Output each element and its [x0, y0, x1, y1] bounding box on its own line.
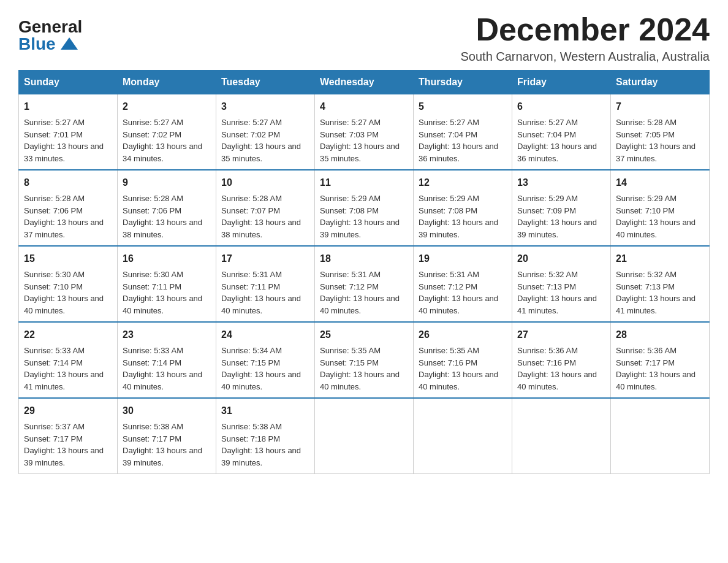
- month-title: December 2024: [460, 12, 710, 47]
- day-number: 26: [419, 327, 507, 342]
- calendar-week-row: 29 Sunrise: 5:37 AMSunset: 7:17 PMDaylig…: [19, 398, 710, 474]
- day-number: 29: [24, 404, 112, 418]
- day-info: Sunrise: 5:27 AMSunset: 7:02 PMDaylight:…: [123, 118, 202, 163]
- calendar-cell: 21 Sunrise: 5:32 AMSunset: 7:13 PMDaylig…: [611, 246, 710, 322]
- calendar-cell: 23 Sunrise: 5:33 AMSunset: 7:14 PMDaylig…: [118, 322, 216, 398]
- day-number: 16: [123, 251, 211, 266]
- calendar-cell: 25 Sunrise: 5:35 AMSunset: 7:15 PMDaylig…: [315, 322, 414, 398]
- day-info: Sunrise: 5:31 AMSunset: 7:11 PMDaylight:…: [221, 270, 301, 315]
- day-info: Sunrise: 5:27 AMSunset: 7:04 PMDaylight:…: [517, 118, 597, 163]
- day-info: Sunrise: 5:28 AMSunset: 7:06 PMDaylight:…: [24, 194, 104, 239]
- calendar-cell: 1 Sunrise: 5:27 AMSunset: 7:01 PMDayligh…: [19, 94, 118, 170]
- calendar-cell: 4 Sunrise: 5:27 AMSunset: 7:03 PMDayligh…: [315, 94, 414, 170]
- col-header-friday: Friday: [512, 71, 611, 94]
- calendar-cell: 30 Sunrise: 5:38 AMSunset: 7:17 PMDaylig…: [118, 398, 216, 474]
- calendar-cell: [315, 398, 414, 474]
- day-info: Sunrise: 5:29 AMSunset: 7:08 PMDaylight:…: [320, 194, 400, 239]
- day-info: Sunrise: 5:28 AMSunset: 7:06 PMDaylight:…: [123, 194, 202, 239]
- day-number: 10: [221, 175, 309, 190]
- calendar-cell: 5 Sunrise: 5:27 AMSunset: 7:04 PMDayligh…: [414, 94, 512, 170]
- day-info: Sunrise: 5:34 AMSunset: 7:15 PMDaylight:…: [221, 346, 301, 391]
- calendar-cell: 8 Sunrise: 5:28 AMSunset: 7:06 PMDayligh…: [19, 170, 118, 246]
- day-number: 12: [419, 175, 507, 190]
- calendar-cell: 18 Sunrise: 5:31 AMSunset: 7:12 PMDaylig…: [315, 246, 414, 322]
- day-number: 1: [24, 99, 112, 114]
- day-info: Sunrise: 5:38 AMSunset: 7:18 PMDaylight:…: [221, 422, 301, 467]
- day-number: 19: [419, 251, 507, 266]
- day-info: Sunrise: 5:29 AMSunset: 7:09 PMDaylight:…: [517, 194, 597, 239]
- day-number: 9: [123, 175, 211, 190]
- calendar-cell: 22 Sunrise: 5:33 AMSunset: 7:14 PMDaylig…: [19, 322, 118, 398]
- day-info: Sunrise: 5:28 AMSunset: 7:05 PMDaylight:…: [616, 118, 696, 163]
- day-number: 27: [517, 327, 605, 342]
- day-info: Sunrise: 5:27 AMSunset: 7:03 PMDaylight:…: [320, 118, 400, 163]
- calendar-cell: [414, 398, 512, 474]
- day-number: 3: [221, 99, 309, 114]
- day-info: Sunrise: 5:36 AMSunset: 7:16 PMDaylight:…: [517, 346, 597, 391]
- day-info: Sunrise: 5:29 AMSunset: 7:10 PMDaylight:…: [616, 194, 696, 239]
- calendar-cell: [611, 398, 710, 474]
- day-number: 31: [221, 404, 309, 418]
- calendar-cell: 11 Sunrise: 5:29 AMSunset: 7:08 PMDaylig…: [315, 170, 414, 246]
- day-info: Sunrise: 5:30 AMSunset: 7:11 PMDaylight:…: [123, 270, 202, 315]
- logo-general-text: General: [18, 18, 82, 36]
- calendar-cell: 14 Sunrise: 5:29 AMSunset: 7:10 PMDaylig…: [611, 170, 710, 246]
- day-info: Sunrise: 5:32 AMSunset: 7:13 PMDaylight:…: [616, 270, 696, 315]
- day-info: Sunrise: 5:36 AMSunset: 7:17 PMDaylight:…: [616, 346, 696, 391]
- day-info: Sunrise: 5:33 AMSunset: 7:14 PMDaylight:…: [123, 346, 202, 391]
- logo-triangle-icon: [61, 37, 78, 50]
- day-info: Sunrise: 5:31 AMSunset: 7:12 PMDaylight:…: [419, 270, 498, 315]
- day-info: Sunrise: 5:33 AMSunset: 7:14 PMDaylight:…: [24, 346, 104, 391]
- day-number: 11: [320, 175, 408, 190]
- calendar-cell: 15 Sunrise: 5:30 AMSunset: 7:10 PMDaylig…: [19, 246, 118, 322]
- col-header-wednesday: Wednesday: [315, 71, 414, 94]
- day-info: Sunrise: 5:28 AMSunset: 7:07 PMDaylight:…: [221, 194, 301, 239]
- day-info: Sunrise: 5:27 AMSunset: 7:02 PMDaylight:…: [221, 118, 301, 163]
- calendar-cell: 26 Sunrise: 5:35 AMSunset: 7:16 PMDaylig…: [414, 322, 512, 398]
- calendar-cell: [512, 398, 611, 474]
- logo-blue-text: Blue: [18, 36, 78, 53]
- day-number: 21: [616, 251, 704, 266]
- calendar-cell: 3 Sunrise: 5:27 AMSunset: 7:02 PMDayligh…: [216, 94, 315, 170]
- day-number: 23: [123, 327, 211, 342]
- calendar-cell: 28 Sunrise: 5:36 AMSunset: 7:17 PMDaylig…: [611, 322, 710, 398]
- day-number: 15: [24, 251, 112, 266]
- day-number: 24: [221, 327, 309, 342]
- calendar-table: SundayMondayTuesdayWednesdayThursdayFrid…: [18, 70, 710, 474]
- day-number: 28: [616, 327, 704, 342]
- calendar-cell: 9 Sunrise: 5:28 AMSunset: 7:06 PMDayligh…: [118, 170, 216, 246]
- calendar-cell: 7 Sunrise: 5:28 AMSunset: 7:05 PMDayligh…: [611, 94, 710, 170]
- title-area: December 2024 South Carnarvon, Western A…: [460, 12, 710, 64]
- day-number: 8: [24, 175, 112, 190]
- col-header-sunday: Sunday: [19, 71, 118, 94]
- day-number: 20: [517, 251, 605, 266]
- day-info: Sunrise: 5:37 AMSunset: 7:17 PMDaylight:…: [24, 422, 104, 467]
- day-number: 2: [123, 99, 211, 114]
- calendar-cell: 12 Sunrise: 5:29 AMSunset: 7:08 PMDaylig…: [414, 170, 512, 246]
- calendar-cell: 13 Sunrise: 5:29 AMSunset: 7:09 PMDaylig…: [512, 170, 611, 246]
- calendar-week-row: 15 Sunrise: 5:30 AMSunset: 7:10 PMDaylig…: [19, 246, 710, 322]
- col-header-thursday: Thursday: [414, 71, 512, 94]
- calendar-cell: 31 Sunrise: 5:38 AMSunset: 7:18 PMDaylig…: [216, 398, 315, 474]
- calendar-cell: 2 Sunrise: 5:27 AMSunset: 7:02 PMDayligh…: [118, 94, 216, 170]
- calendar-cell: 16 Sunrise: 5:30 AMSunset: 7:11 PMDaylig…: [118, 246, 216, 322]
- day-number: 14: [616, 175, 704, 190]
- col-header-monday: Monday: [118, 71, 216, 94]
- day-number: 4: [320, 99, 408, 114]
- day-number: 6: [517, 99, 605, 114]
- calendar-header-row: SundayMondayTuesdayWednesdayThursdayFrid…: [19, 71, 710, 94]
- calendar-week-row: 1 Sunrise: 5:27 AMSunset: 7:01 PMDayligh…: [19, 94, 710, 170]
- day-info: Sunrise: 5:35 AMSunset: 7:15 PMDaylight:…: [320, 346, 400, 391]
- day-number: 17: [221, 251, 309, 266]
- day-number: 5: [419, 99, 507, 114]
- col-header-tuesday: Tuesday: [216, 71, 315, 94]
- calendar-cell: 20 Sunrise: 5:32 AMSunset: 7:13 PMDaylig…: [512, 246, 611, 322]
- page-header: General Blue December 2024 South Carnarv…: [18, 12, 710, 64]
- day-number: 13: [517, 175, 605, 190]
- day-info: Sunrise: 5:31 AMSunset: 7:12 PMDaylight:…: [320, 270, 400, 315]
- calendar-week-row: 8 Sunrise: 5:28 AMSunset: 7:06 PMDayligh…: [19, 170, 710, 246]
- calendar-cell: 27 Sunrise: 5:36 AMSunset: 7:16 PMDaylig…: [512, 322, 611, 398]
- logo: General Blue: [18, 12, 82, 53]
- calendar-cell: 29 Sunrise: 5:37 AMSunset: 7:17 PMDaylig…: [19, 398, 118, 474]
- calendar-week-row: 22 Sunrise: 5:33 AMSunset: 7:14 PMDaylig…: [19, 322, 710, 398]
